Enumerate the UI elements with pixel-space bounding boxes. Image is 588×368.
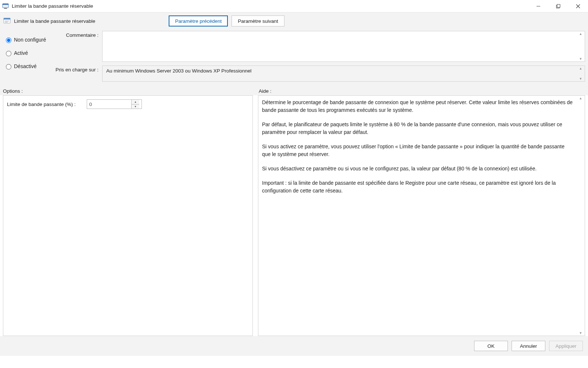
radio-disabled-label: Désactivé bbox=[14, 63, 36, 69]
chevron-down-icon[interactable]: ▼ bbox=[579, 77, 582, 81]
config-area: Non configuré Activé Désactivé Commentai… bbox=[0, 31, 588, 85]
chevron-up-icon[interactable]: ▲ bbox=[579, 67, 582, 70]
radio-enabled[interactable]: Activé bbox=[4, 50, 54, 56]
help-p4: Si vous désactivez ce paramètre ou si vo… bbox=[262, 165, 573, 173]
policy-icon bbox=[3, 17, 11, 25]
bandwidth-limit-label: Limite de bande passante (%) : bbox=[7, 102, 76, 107]
dialog-footer: OK Annuler Appliquer bbox=[0, 336, 588, 356]
chevron-down-icon[interactable]: ▼ bbox=[579, 57, 582, 61]
window-title: Limiter la bande passante réservable bbox=[12, 3, 93, 9]
help-p2: Par défaut, le planificateur de paquets … bbox=[262, 121, 573, 136]
app-icon bbox=[2, 3, 9, 10]
minimize-button[interactable] bbox=[528, 0, 548, 13]
radio-not-configured-input[interactable] bbox=[6, 38, 11, 43]
radio-not-configured[interactable]: Non configuré bbox=[4, 37, 54, 43]
panel-labels: Options : Aide : bbox=[0, 85, 588, 95]
maximize-button[interactable] bbox=[548, 0, 568, 13]
supported-field: Au minimum Windows Server 2003 ou Window… bbox=[102, 66, 585, 82]
radio-disabled[interactable]: Désactivé bbox=[4, 63, 54, 69]
close-button[interactable] bbox=[568, 0, 588, 13]
apply-button[interactable]: Appliquer bbox=[549, 341, 583, 351]
help-p3: Si vous activez ce paramètre, vous pouve… bbox=[262, 143, 573, 158]
comment-field[interactable]: ▲ ▼ bbox=[102, 31, 585, 62]
bandwidth-limit-spinner[interactable]: ▲ ▼ bbox=[87, 99, 142, 109]
previous-setting-button[interactable]: Paramètre précédent bbox=[169, 15, 228, 26]
header-zone: Limiter la bande passante réservable Par… bbox=[0, 13, 588, 31]
help-p1: Détermine le pourcentage de bande passan… bbox=[262, 99, 573, 114]
radio-enabled-input[interactable] bbox=[6, 51, 11, 56]
comment-scrollbar[interactable]: ▲ ▼ bbox=[577, 32, 584, 61]
next-setting-button[interactable]: Paramètre suivant bbox=[232, 15, 284, 26]
spinner-down-button[interactable]: ▼ bbox=[132, 105, 139, 109]
cancel-button[interactable]: Annuler bbox=[512, 341, 545, 351]
titlebar: Limiter la bande passante réservable bbox=[0, 0, 588, 13]
spinner-up-button[interactable]: ▲ bbox=[132, 100, 139, 105]
options-panel: Limite de bande passante (%) : ▲ ▼ bbox=[3, 95, 253, 336]
policy-title: Limiter la bande passante réservable bbox=[14, 18, 95, 24]
help-text: Détermine le pourcentage de bande passan… bbox=[258, 96, 585, 204]
svg-rect-5 bbox=[557, 4, 560, 7]
supported-label: Pris en charge sur : bbox=[55, 67, 98, 72]
chevron-up-icon[interactable]: ▲ bbox=[579, 32, 582, 36]
help-scrollbar[interactable]: ▲ ▼ bbox=[577, 96, 584, 335]
radio-disabled-input[interactable] bbox=[6, 64, 11, 70]
supported-scrollbar[interactable]: ▲ ▼ bbox=[577, 67, 584, 81]
radio-not-configured-label: Non configuré bbox=[14, 37, 46, 43]
bandwidth-limit-input[interactable] bbox=[87, 100, 131, 109]
chevron-up-icon[interactable]: ▲ bbox=[579, 96, 582, 100]
svg-rect-1 bbox=[3, 4, 8, 5]
help-heading: Aide : bbox=[259, 88, 272, 94]
options-heading: Options : bbox=[3, 88, 23, 94]
state-radios: Non configuré Activé Désactivé bbox=[3, 31, 54, 77]
ok-button[interactable]: OK bbox=[474, 341, 508, 351]
svg-rect-11 bbox=[5, 22, 8, 22]
help-panel: Détermine le pourcentage de bande passan… bbox=[258, 95, 585, 336]
chevron-down-icon[interactable]: ▼ bbox=[579, 331, 582, 335]
comment-label: Commentaire : bbox=[66, 32, 98, 38]
radio-enabled-label: Activé bbox=[14, 50, 28, 56]
help-p5: Important : si la limite de bande passan… bbox=[262, 179, 573, 195]
supported-value: Au minimum Windows Server 2003 ou Window… bbox=[106, 68, 251, 74]
panels: Limite de bande passante (%) : ▲ ▼ Déter… bbox=[0, 95, 588, 336]
svg-rect-9 bbox=[4, 18, 10, 20]
svg-rect-2 bbox=[4, 8, 7, 9]
svg-rect-10 bbox=[5, 21, 9, 21]
